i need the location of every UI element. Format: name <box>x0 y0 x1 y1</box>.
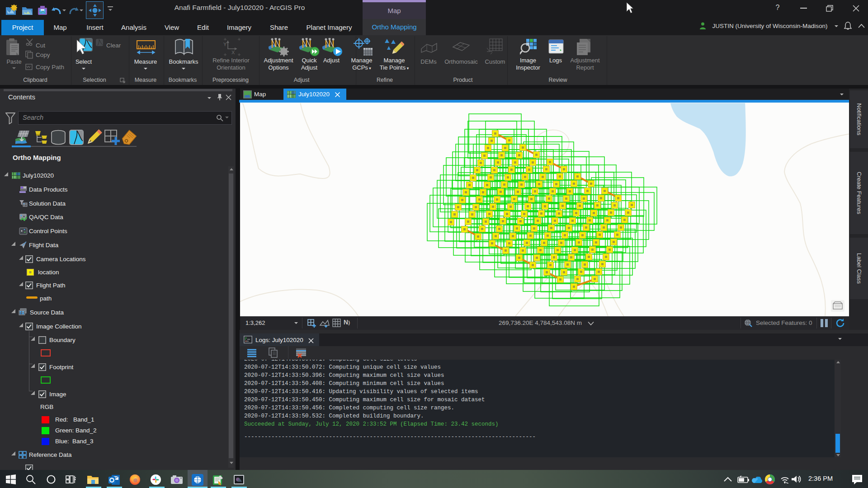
svg-text:X: X <box>231 50 235 55</box>
svg-text:Y: Y <box>223 42 227 47</box>
